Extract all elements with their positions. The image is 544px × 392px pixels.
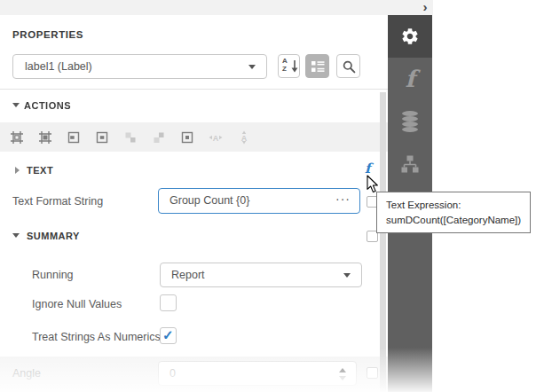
section-title-summary: SUMMARY [27,231,80,241]
sort-alphabetical-button[interactable]: A Z [278,54,300,78]
align-left-icon[interactable] [67,130,81,145]
sort-arrow-icon [291,59,298,74]
category-view-button[interactable] [305,54,329,78]
section-title-text: TEXT [27,165,53,176]
treat-strings-as-numerics-checkbox[interactable]: ✓ [160,327,177,344]
treat-strings-as-numerics-label: Treat Strings As Numerics [32,331,161,343]
mouse-cursor-icon [367,175,379,194]
section-header-actions[interactable]: ACTIONS [0,96,373,115]
actions-toolbar: A A [0,122,388,152]
collapse-triangle-icon [12,103,20,107]
angle-value: 0 [170,367,176,380]
tooltip-line-2: sumDCount([CategoryName]) [386,213,521,228]
chevron-down-icon [248,65,256,69]
panel-top-strip [0,0,433,15]
gear-icon [400,27,420,46]
section-title-actions: ACTIONS [24,100,71,111]
text-format-string-label: Text Format String [12,195,103,208]
text-format-string-value: Group Count {0} [170,194,249,207]
sidebar-tab-report-explorer[interactable] [388,143,432,185]
angle-label: Angle [12,367,41,380]
auto-height-icon: A [237,130,251,145]
checkmark-icon: ✓ [162,327,174,343]
function-icon: f [405,66,414,92]
control-selector-dropdown[interactable]: label1 (Label) [12,54,267,79]
expand-triangle-icon [15,167,20,174]
running-dropdown[interactable]: Report [160,263,362,287]
report-structure-icon [399,153,421,175]
auto-width-icon: A [209,130,223,145]
report-designer-properties-panel: › PROPERTIES label1 (Label) A Z [0,0,544,392]
search-icon [343,60,356,74]
ignore-null-values-label: Ignore Null Values [32,298,122,310]
search-button[interactable] [336,54,360,78]
spinner-up-icon[interactable] [339,368,346,372]
sidebar-tab-properties[interactable] [388,15,432,58]
expression-tooltip: Text Expression: sumDCount([CategoryName… [376,192,531,233]
sidebar-tab-field-list[interactable] [388,100,432,143]
angle-input[interactable]: 0 [158,361,357,386]
sort-icon-letter-a: A [282,57,288,65]
running-value: Report [171,269,205,281]
collapse-triangle-icon [12,233,20,238]
fit-bounds-to-container-icon[interactable] [10,130,24,145]
ellipsis-options-button[interactable]: ··· [335,192,351,206]
sort-icon-letter-z: Z [282,65,287,73]
angle-marker-checkbox[interactable] [367,367,378,379]
text-format-string-input[interactable]: Group Count {0} ··· [158,188,360,214]
divider [0,89,388,90]
send-to-back-icon [152,130,166,145]
ignore-null-values-checkbox[interactable] [160,294,177,311]
category-view-icon [311,61,325,73]
center-in-container-icon[interactable] [180,130,194,145]
fit-text-to-bounds-icon[interactable] [38,130,52,145]
sidebar-tab-expressions[interactable]: f [388,58,432,100]
control-selector-value: label1 (Label) [25,60,92,73]
align-horizontal-center-icon[interactable] [95,130,109,145]
running-label: Running [32,269,74,281]
database-icon [399,110,421,133]
panel-title: PROPERTIES [12,29,83,40]
svg-text:A: A [213,133,219,142]
spinner-down-icon[interactable] [339,376,346,380]
collapse-panel-chevron-icon[interactable]: › [417,0,433,15]
vertical-scrollbar[interactable] [380,92,386,392]
chevron-down-icon [343,273,351,278]
tooltip-line-1: Text Expression: [386,198,521,213]
bring-to-front-icon [123,130,138,145]
